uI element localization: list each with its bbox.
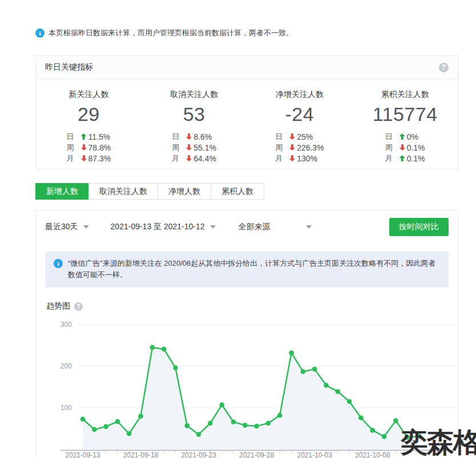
stat-day: 日 25%: [275, 131, 324, 142]
metric-value: 29: [36, 103, 142, 125]
metric-label: 新关注人数: [36, 90, 142, 100]
svg-text:2021-09-13: 2021-09-13: [65, 451, 100, 458]
metric-tabs: 新增人数 取消关注人数 净增人数 累积人数: [35, 183, 264, 200]
chevron-down-icon: [83, 225, 89, 229]
stat-value: 0%: [407, 132, 418, 141]
metric-stats: 日 25% 周 226.3% 月 130%: [275, 131, 324, 164]
stat-month: 月 87.3%: [67, 153, 111, 164]
stat-period: 周: [67, 143, 81, 153]
source-dropdown[interactable]: 全部来源: [239, 222, 312, 232]
stat-month: 月 64.4%: [172, 153, 216, 164]
stat-value: 64.4%: [193, 154, 216, 163]
tab-total-followers[interactable]: 累积人数: [211, 183, 264, 200]
svg-text:2021-10-08: 2021-10-08: [355, 451, 390, 458]
trend-arrow-icon: [400, 155, 405, 161]
tab-new-followers[interactable]: 新增人数: [35, 183, 89, 200]
chevron-down-icon: [210, 225, 216, 229]
metric-label: 累积关注人数: [352, 90, 458, 100]
svg-text:200: 200: [60, 362, 72, 370]
stat-period: 月: [385, 153, 400, 164]
stat-value: 11.5%: [88, 132, 111, 141]
metric-new-followers: 新关注人数 29 日 11.5% 周 78.8% 月: [36, 90, 142, 164]
stat-day: 日 11.5%: [67, 131, 111, 142]
page-note: i 本页根据昨日数据来计算，而用户管理页根据当前数据计算，两者不一致。: [35, 28, 293, 38]
trend-arrow-icon: [289, 155, 295, 161]
info-icon: i: [54, 259, 63, 268]
stat-value: 87.3%: [88, 154, 111, 163]
svg-text:100: 100: [60, 404, 72, 412]
trend-arrow-icon: [186, 133, 192, 140]
range-dropdown-label: 最近30天: [45, 222, 78, 232]
metric-value: 115774: [352, 103, 458, 125]
analytics-page: i 本页根据昨日数据来计算，而用户管理页根据当前数据计算，两者不一致。 昨日关键…: [0, 0, 476, 458]
metric-net-followers: 净增关注人数 -24 日 25% 周 226.3% 月: [247, 90, 353, 164]
metric-label: 净增关注人数: [247, 90, 353, 100]
tab-unfollowers[interactable]: 取消关注人数: [88, 183, 158, 200]
trend-arrow-icon: [400, 133, 405, 140]
trend-arrow-icon: [81, 133, 87, 140]
stat-period: 月: [172, 153, 186, 164]
stat-day: 日 8.6%: [172, 131, 216, 142]
range-dropdown[interactable]: 最近30天: [45, 222, 89, 232]
stat-value: 55.1%: [193, 143, 216, 152]
stat-period: 月: [67, 153, 81, 164]
help-icon[interactable]: ?: [439, 63, 449, 72]
chart-canvas: 1002003002021-09-132021-09-182021-09-232…: [37, 309, 458, 458]
trend-arrow-icon: [186, 155, 192, 161]
stat-period: 周: [172, 143, 186, 153]
source-dropdown-label: 全部来源: [239, 222, 271, 232]
compare-by-time-button[interactable]: 按时间对比: [389, 218, 449, 236]
stat-period: 日: [275, 132, 289, 142]
svg-text:2021-10-03: 2021-10-03: [297, 451, 333, 458]
stat-value: 0.1%: [407, 154, 425, 163]
stat-value: 25%: [297, 132, 313, 141]
trend-arrow-icon: [81, 144, 87, 151]
info-icon: i: [35, 29, 45, 38]
stat-period: 日: [172, 132, 186, 142]
stat-week: 周 55.1%: [172, 142, 216, 153]
trend-line-chart: 1002003002021-09-132021-09-182021-09-232…: [37, 309, 458, 458]
metric-total-followers: 累积关注人数 115774 日 0% 周 0.1% 月: [352, 90, 458, 164]
trend-panel: 最近30天 2021-09-13 至 2021-10-12 全部来源 按时间对比…: [35, 210, 458, 458]
metric-value: 53: [142, 103, 247, 125]
stat-value: 78.8%: [88, 143, 111, 152]
metrics-row: 新关注人数 29 日 11.5% 周 78.8% 月: [36, 79, 458, 164]
svg-text:300: 300: [60, 321, 72, 329]
metric-stats: 日 0% 周 0.1% 月 0.1%: [385, 131, 425, 164]
metrics-card-title: 昨日关键指标: [45, 62, 93, 72]
date-range-label: 2021-09-13 至 2021-10-12: [111, 222, 205, 232]
metric-unfollowers: 取消关注人数 53 日 8.6% 周 55.1% 月: [142, 90, 247, 164]
metric-stats: 日 8.6% 周 55.1% 月 64.4%: [172, 131, 216, 164]
trend-arrow-icon: [289, 144, 295, 151]
notice-text: “微信广告”来源的新增关注在 2020/06起从其他中拆分给出，计算方式与广告主…: [68, 259, 435, 279]
stat-month: 月 0.1%: [385, 153, 425, 164]
trend-arrow-icon: [289, 133, 295, 140]
stat-period: 月: [275, 153, 289, 164]
chevron-down-icon: [306, 225, 312, 229]
stat-period: 日: [67, 132, 81, 142]
stat-value: 8.6%: [193, 132, 212, 141]
tab-net-followers[interactable]: 净增人数: [158, 183, 211, 200]
svg-text:2021-09-23: 2021-09-23: [181, 451, 216, 458]
page-note-text: 本页根据昨日数据来计算，而用户管理页根据当前数据计算，两者不一致。: [49, 28, 293, 38]
trend-arrow-icon: [400, 144, 405, 151]
stat-value: 0.1%: [407, 143, 425, 152]
stat-week: 周 0.1%: [385, 142, 425, 153]
stat-month: 月 130%: [275, 153, 324, 164]
stat-week: 周 226.3%: [275, 142, 324, 153]
stat-period: 周: [385, 143, 400, 153]
metric-label: 取消关注人数: [142, 90, 247, 100]
stat-value: 130%: [297, 154, 317, 163]
yesterday-metrics-card: 昨日关键指标 ? 新关注人数 29 日 11.5% 周 78.8%: [35, 55, 458, 169]
metric-stats: 日 11.5% 周 78.8% 月 87.3%: [67, 131, 111, 164]
date-range-picker[interactable]: 2021-09-13 至 2021-10-12: [111, 222, 216, 232]
svg-text:2021-09-28: 2021-09-28: [239, 451, 275, 458]
filter-row: 最近30天 2021-09-13 至 2021-10-12 全部来源 按时间对比: [36, 210, 458, 243]
trend-arrow-icon: [81, 155, 87, 161]
metrics-card-header: 昨日关键指标 ?: [36, 56, 458, 79]
stat-period: 日: [385, 132, 400, 142]
ad-source-notice: i “微信广告”来源的新增关注在 2020/06起从其他中拆分给出，计算方式与广…: [45, 252, 449, 287]
watermark: 奕森格: [401, 424, 476, 458]
stat-period: 周: [275, 143, 289, 153]
stat-day: 日 0%: [385, 131, 425, 142]
